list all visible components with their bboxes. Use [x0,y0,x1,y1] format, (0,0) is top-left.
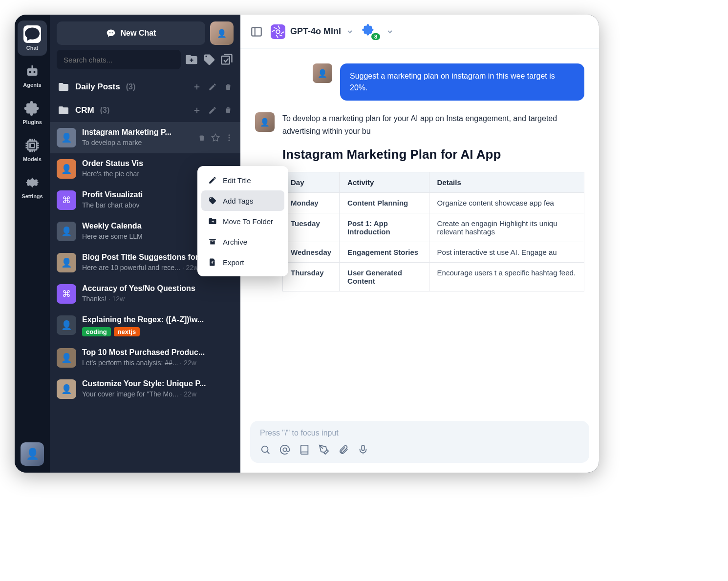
chat-thumb: 👤 [57,222,76,241]
folder-daily-posts[interactable]: Daily Posts (3) [50,75,240,99]
menu-label: Export [223,258,244,267]
tag[interactable]: coding [82,327,111,336]
chat-item[interactable]: 👤Customize Your Style: Unique P...Your c… [50,374,240,405]
openai-icon [271,24,285,39]
select-all-icon[interactable] [220,53,234,66]
table-cell: Thursday [283,263,340,291]
star-icon[interactable] [211,133,220,142]
menu-archive[interactable]: Archive [201,231,284,252]
table-header-row: DayActivityDetails [283,172,584,193]
user-message: 👤 Suggest a marketing plan on instagram … [240,63,599,112]
svg-point-20 [283,448,286,451]
pencil-icon[interactable] [208,83,217,91]
book-icon[interactable] [299,444,310,455]
menu-export[interactable]: Export [201,252,284,272]
sidebar-toggle-icon[interactable] [250,25,263,38]
search-icon[interactable] [260,444,271,455]
chat-title: Customize Your Style: Unique P... [82,379,234,388]
trash-icon[interactable] [197,133,206,142]
chat-preview: Thanks! · 12w [82,295,234,303]
chat-title: Top 10 Most Purchased Produc... [82,348,234,357]
svg-point-9 [108,32,109,33]
model-selector[interactable]: GPT-4o Mini [271,24,354,39]
attachment-icon[interactable] [338,444,349,455]
chat-item[interactable]: 👤Explaining the Regex: ([A-Z])\w...codin… [50,310,240,342]
user-avatar-bottom[interactable]: 👤 [21,442,44,466]
nav-models[interactable]: Models [18,132,47,167]
chat-title: Instagram Marketing P... [82,128,192,137]
chat-preview: To develop a marke [82,139,192,146]
new-chat-label: New Chat [121,29,156,38]
svg-point-11 [112,32,113,33]
main-header: GPT-4o Mini 8 [240,15,599,49]
nav-chat[interactable]: Chat [18,21,47,56]
pencil-icon[interactable] [208,106,217,115]
chat-thumb: 👤 [57,315,76,335]
plugin-count-badge: 8 [370,32,381,41]
svg-point-19 [262,446,268,453]
tag[interactable]: nextjs [114,327,140,336]
chat-thumb: 👤 [57,253,76,272]
folder-icon [58,104,69,116]
mic-icon[interactable] [358,444,368,455]
chat-actions [197,128,234,147]
plus-icon[interactable] [193,83,201,91]
add-folder-icon[interactable] [185,53,198,66]
input-toolbar [260,444,579,455]
table-cell: Tuesday [283,213,340,242]
table-header: Day [283,172,340,193]
sidebar: New Chat 👤 Daily Posts (3) CRM (3) [50,15,240,473]
trash-icon[interactable] [224,83,233,91]
chat-item[interactable]: ⌘Accuracy of Yes/No QuestionsThanks! · 1… [50,278,240,310]
trash-icon[interactable] [224,106,233,115]
search-input[interactable] [57,50,181,69]
menu-add-tags[interactable]: Add Tags [201,190,284,211]
table-row: WednesdayEngagement StoriesPost interact… [283,242,584,263]
folder-move-icon [208,217,217,226]
svg-point-18 [276,30,280,34]
table-cell: User Generated Content [340,263,429,291]
menu-move-folder[interactable]: Move To Folder [201,211,284,231]
new-chat-button[interactable]: New Chat [57,21,205,45]
plus-icon[interactable] [193,106,201,115]
user-avatar-top[interactable]: 👤 [210,21,234,45]
table-header: Activity [340,172,429,193]
chat-thumb: 👤 [57,159,76,179]
nav-plugins[interactable]: Plugins [18,95,47,130]
svg-point-4 [29,71,31,73]
menu-edit-title[interactable]: Edit Title [201,170,284,190]
gear-icon [23,174,41,191]
folder-count: (3) [100,106,110,115]
table-cell: Create an engagin Highlight its uniqu re… [429,213,584,242]
svg-rect-17 [252,27,261,36]
svg-rect-8 [30,144,35,148]
table-row: TuesdayPost 1: App IntroductionCreate an… [283,213,584,242]
table-cell: Content Planning [340,193,429,213]
chat-context-menu: Edit Title Add Tags Move To Folder Archi… [197,166,288,276]
ai-message: 👤 To develop a marketing plan for your A… [240,112,599,303]
main-panel: GPT-4o Mini 8 👤 Suggest a marketing plan… [240,15,599,473]
input-placeholder: Press "/" to focus input [260,429,579,437]
nav-label: Agents [23,82,41,88]
svg-point-5 [33,71,35,73]
user-avatar: 👤 [313,63,332,83]
chat-icon [23,25,41,43]
plugins-selector[interactable]: 8 [362,23,394,40]
svg-rect-12 [222,56,230,64]
input-area[interactable]: Press "/" to focus input [250,421,589,463]
chat-item[interactable]: 👤Top 10 Most Purchased Produc...Let's pe… [50,342,240,374]
chat-thumb: ⌘ [57,284,76,304]
folder-crm[interactable]: CRM (3) [50,99,240,122]
nav-agents[interactable]: Agents [18,58,47,93]
mention-icon[interactable] [279,444,290,455]
table-cell: Encourage users t a specific hashtag fee… [429,263,584,291]
table-cell: Monday [283,193,340,213]
pencil-icon [208,176,217,185]
chip-icon [23,137,41,154]
nav-settings[interactable]: Settings [18,169,47,204]
tag-filter-icon[interactable] [202,53,216,66]
more-icon[interactable] [225,133,234,142]
chat-item[interactable]: 👤Instagram Marketing P...To develop a ma… [50,122,240,153]
pen-icon[interactable] [319,444,329,455]
archive-icon [208,237,217,246]
